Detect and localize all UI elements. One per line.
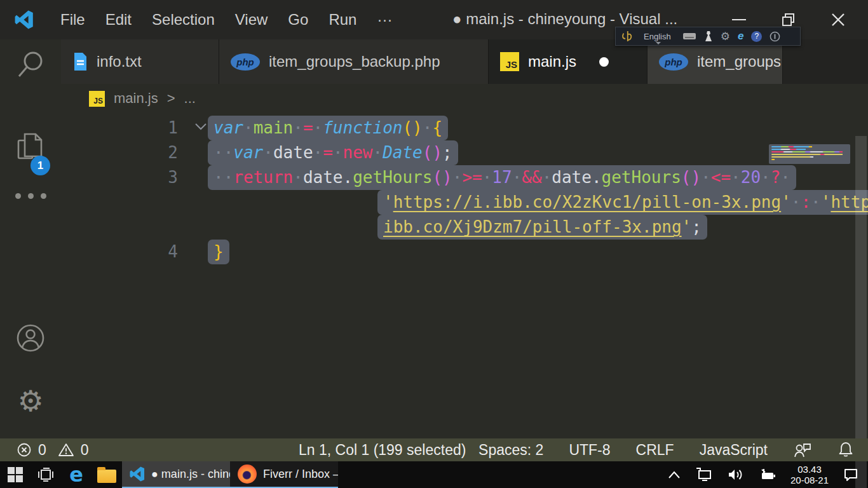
figure-icon[interactable] (704, 30, 713, 42)
task-view-button[interactable] (31, 461, 61, 488)
status-bar: 0 0 Ln 1, Col 1 (199 selected) Spaces: 2… (0, 438, 868, 461)
warning-icon (58, 442, 74, 458)
unsaved-dot-icon[interactable] (599, 57, 609, 67)
language-mode-indicator[interactable]: JavaScript (700, 442, 768, 459)
breadcrumb-more[interactable]: ... (184, 90, 196, 107)
menu-view[interactable]: View (225, 11, 278, 29)
eol-indicator[interactable]: CRLF (636, 442, 674, 459)
close-button[interactable] (818, 0, 858, 39)
fold-chevron-icon[interactable] (194, 122, 207, 131)
editor-group: info.txtphpitem_groups_backup.phpJSmain.… (61, 39, 868, 438)
indentation-indicator[interactable]: Spaces: 2 (478, 442, 543, 459)
line-number: 1 (168, 116, 178, 140)
gutter[interactable]: 1 (61, 116, 214, 140)
gutter[interactable]: 3 (61, 165, 214, 190)
code-editor[interactable]: 1var·main·=·function()·{2··var·date·=·ne… (61, 113, 868, 438)
tab-label: item_groups_backup.php (269, 53, 440, 71)
vscode-window: FileEditSelectionViewGoRun··· ● main.js … (0, 0, 868, 488)
start-button[interactable] (0, 461, 31, 488)
code-lines: 1var·main·=·function()·{2··var·date·=·ne… (61, 113, 868, 264)
vscode-logo-icon (15, 10, 34, 29)
php-file-icon: php (231, 53, 260, 71)
menu-[interactable]: ··· (367, 11, 402, 29)
gutter[interactable]: 2 (61, 140, 214, 165)
tab-main.js[interactable]: JSmain.js (489, 39, 648, 84)
error-count: 0 (38, 442, 46, 459)
tray-clock[interactable]: 03.43 20-08-21 (790, 464, 829, 485)
text-file-icon (72, 52, 88, 71)
explorer-files-icon[interactable]: 1 (0, 132, 61, 168)
edge-icon[interactable]: e (61, 461, 92, 488)
minimize-langbar-icon[interactable] (770, 31, 780, 42)
language-label[interactable]: English (640, 32, 675, 41)
taskbar-firefox-button[interactable]: Fiverr / Inbox — M... (230, 461, 338, 488)
tray-chevron-up-icon[interactable] (667, 470, 681, 479)
vertical-scrollbar[interactable] (855, 136, 867, 488)
system-tray: 03.43 20-08-21 (667, 461, 868, 488)
menu-bar: FileEditSelectionViewGoRun··· (50, 11, 402, 29)
volume-icon[interactable] (727, 467, 745, 482)
title-bar: FileEditSelectionViewGoRun··· ● main.js … (0, 0, 868, 39)
menu-edit[interactable]: Edit (95, 11, 142, 29)
firefox-icon (238, 464, 257, 484)
menu-file[interactable]: File (50, 11, 95, 29)
tab-label: item_groups (697, 53, 781, 71)
gutter[interactable] (61, 190, 214, 215)
error-icon (17, 442, 32, 458)
code-row: ibb.co/Xj9Dzm7/pill-off-3x.png'; (61, 215, 868, 240)
code-row: 2··var·date·=·new·Date(); (61, 140, 868, 165)
php-file-icon: php (659, 53, 688, 71)
encoding-indicator[interactable]: UTF-8 (569, 442, 610, 459)
selection-highlight: 'https://i.ibb.co/X2zKvc1/pill-on-3x.png… (377, 190, 868, 215)
activity-bar: 1 ⚙ (0, 39, 61, 438)
minimap[interactable] (769, 144, 850, 164)
menu-run[interactable]: Run (318, 11, 367, 29)
taskbar-firefox-label: Fiverr / Inbox — M... (263, 468, 338, 481)
windows-taskbar: e ● main.js - chineyo... Fiverr / Inbox … (0, 461, 868, 488)
file-explorer-icon[interactable] (92, 461, 122, 488)
line-number: 2 (168, 140, 178, 165)
tab-info.txt[interactable]: info.txt (61, 39, 219, 84)
line-number: 3 (168, 165, 178, 190)
menu-go[interactable]: Go (278, 11, 318, 29)
notifications-bell-icon[interactable] (837, 441, 854, 459)
script-glyph-icon (621, 30, 632, 43)
selection-highlight: var·main·=·function()·{ (208, 116, 448, 140)
menu-selection[interactable]: Selection (142, 11, 225, 29)
network-icon[interactable] (695, 467, 713, 482)
cursor-position[interactable]: Ln 1, Col 1 (199 selected) (299, 442, 466, 459)
settings-gear-icon[interactable]: ⚙ (0, 386, 61, 416)
selection-highlight: ··var·date·=·new·Date(); (208, 140, 458, 165)
settings-gear-icon[interactable]: ⚙ (721, 31, 730, 42)
tab-item_groups_backup.php[interactable]: phpitem_groups_backup.php (219, 39, 489, 84)
code-row: 1var·main·=·function()·{ (61, 116, 868, 140)
battery-charging-icon[interactable] (759, 467, 776, 482)
internet-explorer-icon[interactable]: e (738, 30, 743, 43)
restore-icon (781, 12, 796, 27)
help-icon[interactable]: ? (751, 31, 762, 42)
tab-bar: info.txtphpitem_groups_backup.phpJSmain.… (61, 39, 868, 84)
account-icon[interactable] (0, 323, 61, 353)
close-icon (831, 12, 846, 27)
selection-highlight: ibb.co/Xj9Dzm7/pill-off-3x.png'; (377, 215, 707, 240)
code-row: 3··return·date.getHours()·>=·17·&&·date.… (61, 165, 868, 190)
keyboard-icon[interactable] (682, 32, 696, 40)
gutter[interactable]: 4 (61, 240, 214, 264)
language-bar: English ⚙ e ? (615, 27, 801, 46)
tab-item_groups[interactable]: phpitem_groups (648, 39, 783, 84)
js-file-icon: JS (89, 91, 105, 107)
code-row: 'https://i.ibb.co/X2zKvc1/pill-on-3x.png… (61, 190, 868, 215)
line-number: 4 (168, 240, 178, 264)
problems-indicator[interactable]: 0 0 (0, 442, 89, 459)
scm-badge: 1 (31, 156, 50, 175)
more-actions-icon[interactable] (0, 193, 61, 199)
gutter[interactable] (61, 215, 214, 240)
warning-count: 0 (81, 442, 89, 459)
breadcrumb-separator: > (167, 90, 175, 107)
breadcrumb-file[interactable]: main.js (114, 90, 158, 107)
search-icon[interactable] (0, 48, 61, 81)
clock-date: 20-08-21 (790, 475, 829, 485)
feedback-icon[interactable] (793, 442, 812, 458)
taskbar-vscode-button[interactable]: ● main.js - chineyo... (122, 461, 230, 488)
window-title: ● main.js - chineyoung - Visual ... (452, 10, 677, 28)
